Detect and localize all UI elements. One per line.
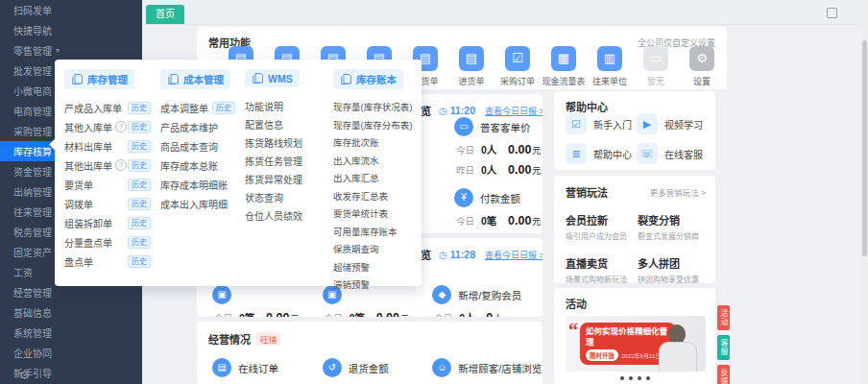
tab-home[interactable]: 首页: [146, 5, 184, 24]
menu-item-label: 盘点单: [64, 254, 93, 269]
common-function-item[interactable]: ⚙设置: [679, 46, 725, 87]
menu-item[interactable]: 库存成本明细账: [160, 175, 245, 194]
menu-item[interactable]: 现存量(库存分布表): [333, 116, 427, 134]
history-badge[interactable]: 历史: [128, 159, 151, 172]
menu-column-header: WMS: [245, 69, 300, 87]
carousel-dot[interactable]: [620, 376, 624, 380]
menu-item[interactable]: 其他出库单?历史: [64, 156, 160, 175]
help-icon: ?: [115, 121, 127, 132]
menu-item[interactable]: 调拨单历史: [64, 194, 160, 213]
history-badge[interactable]: 历史: [128, 255, 151, 268]
menu-item[interactable]: 库存批次账: [333, 133, 427, 152]
menu-column-title: 库存账本: [356, 72, 397, 86]
menu-item[interactable]: 出入库汇总: [333, 169, 427, 187]
common-function-item[interactable]: ▥往来单位: [587, 46, 633, 87]
sidebar-item[interactable]: 零售管理▾: [0, 40, 142, 60]
documents-icon: [340, 73, 352, 85]
menu-item[interactable]: 其他入库单?历史: [64, 117, 160, 136]
sidebar-item-label: 批发管理: [13, 63, 52, 78]
history-badge[interactable]: 历史: [128, 217, 151, 229]
menu-item[interactable]: 盘点单历史: [64, 252, 160, 271]
common-function-item[interactable]: ▭暂无: [633, 46, 679, 87]
menu-item[interactable]: 滞销预警: [333, 276, 427, 294]
menu-item[interactable]: 分量盘点单历史: [64, 232, 160, 252]
carousel-dot[interactable]: [629, 376, 633, 380]
marketing-card[interactable]: 直播卖货场景式购物新玩法: [566, 255, 638, 283]
menu-item[interactable]: 状态查询: [245, 188, 333, 206]
history-badge[interactable]: 历史: [212, 102, 235, 114]
menu-item[interactable]: 商品成本查询: [160, 136, 245, 156]
menu-item[interactable]: 要货单历史: [64, 175, 160, 194]
activity-panel: 活动 “ 如何实现价格精细化管理 限时开放 2022年9月21日 如何实现价格精…: [554, 288, 715, 384]
sidebar-item[interactable]: 系统管理: [0, 323, 142, 343]
menu-item[interactable]: 配置信息: [245, 115, 333, 133]
history-badge[interactable]: 历史: [128, 102, 151, 114]
daily-report-link[interactable]: 查看今日日报 >: [485, 249, 542, 261]
menu-item[interactable]: 仓位人员绩效: [245, 206, 333, 225]
marketing-card[interactable]: 裂变分销裂变式发展分销商: [638, 212, 710, 241]
menu-item[interactable]: 收发存汇总表: [333, 187, 427, 205]
ad-badge: 限时开放: [586, 349, 618, 361]
scrollbar-thumb[interactable]: [862, 40, 867, 256]
menu-item[interactable]: 拣货路线规划: [245, 133, 333, 152]
marketing-card[interactable]: 会员拉新吸引用户成为会员: [566, 212, 638, 241]
refresh-time: 11:20: [450, 105, 475, 116]
menu-item-label: 可用量库存账本: [333, 225, 398, 238]
menu-item[interactable]: 材料出库单历史: [64, 136, 160, 156]
stat-label: 新增顾客/店铺浏览: [458, 361, 542, 375]
help-item[interactable]: ☏在线客服: [637, 143, 708, 164]
menu-item[interactable]: 超储预警: [333, 258, 427, 276]
menu-item[interactable]: 拣货异常处理: [245, 170, 333, 188]
carousel-dot[interactable]: [646, 376, 650, 380]
common-function-item[interactable]: ☑采购订单: [494, 46, 541, 87]
menu-item[interactable]: 可用量库存账本: [333, 223, 427, 241]
ad-banner[interactable]: “ 如何实现价格精细化管理 限时开放 2022年9月21日: [566, 316, 706, 372]
sidebar-item[interactable]: 快捷导航: [0, 20, 142, 40]
daily-report-link[interactable]: 查看今日日报 >: [485, 105, 542, 117]
sidebar-item[interactable]: 扫码发单: [0, 0, 142, 20]
menu-item[interactable]: 功能说明: [245, 97, 333, 115]
menu-item[interactable]: 产品成本维护: [160, 117, 245, 136]
menu-item[interactable]: 现存量(库存状况表): [333, 98, 427, 116]
menu-item[interactable]: 成本出入库明细: [160, 194, 245, 213]
help-item[interactable]: ≣帮助中心: [566, 143, 637, 164]
side-tag[interactable]: 活动: [717, 305, 730, 330]
stat-icon: ↺: [323, 358, 342, 377]
menu-item[interactable]: 产成品入库单历史: [64, 98, 160, 117]
stat-row: 昨日0人0.00元: [456, 162, 541, 177]
history-badge[interactable]: 历史: [128, 179, 151, 191]
more-marketing-link[interactable]: 更多营销玩法 >: [650, 186, 706, 198]
sidebar-item-label: 采购管理: [13, 124, 52, 138]
help-item[interactable]: ☑新手入门: [566, 113, 637, 134]
marketing-card[interactable]: 多人拼团拼团购物享受优惠: [638, 255, 710, 283]
stat-icon: ▤: [212, 358, 231, 377]
carousel-dot[interactable]: [638, 376, 641, 380]
sidebar-item[interactable]: 企业协同: [0, 343, 142, 363]
stat-row: 今日0人0.00元: [456, 142, 541, 156]
menu-item[interactable]: 库存成本总账: [160, 156, 245, 175]
menu-item-label: 库存成本明细账: [160, 178, 228, 192]
stat-amount: 0.00元: [376, 311, 409, 317]
menu-item[interactable]: 出入库流水: [333, 152, 427, 170]
history-badge[interactable]: 历史: [128, 236, 151, 249]
common-function-item[interactable]: ▤进货单: [448, 46, 494, 87]
help-item[interactable]: ▶视频学习: [637, 113, 708, 134]
marketing-card-desc: 吸引用户成为会员: [566, 230, 638, 241]
history-badge[interactable]: 历史: [128, 198, 151, 210]
sidebar-item-label: 工资: [13, 265, 33, 279]
settings-gear-icon[interactable]: ⚙: [19, 369, 30, 382]
menu-item[interactable]: 要货单统计表: [333, 204, 427, 223]
menu-item[interactable]: 保质期查询: [333, 240, 427, 258]
floating-side-tags: 活动客服反馈顶部: [717, 305, 730, 384]
common-function-item[interactable]: ▦现金流量表: [541, 46, 587, 87]
side-tag[interactable]: 客服: [717, 335, 730, 360]
history-badge[interactable]: 历史: [128, 140, 151, 153]
history-badge[interactable]: 历史: [128, 121, 151, 133]
side-tag[interactable]: 反馈: [717, 365, 730, 384]
expand-icon[interactable]: [827, 8, 837, 18]
sidebar-item[interactable]: 基础信息: [0, 302, 142, 323]
menu-item[interactable]: 拣货任务管理: [245, 152, 333, 170]
menu-item[interactable]: 成本调整单历史: [160, 98, 245, 117]
marketing-card-desc: 裂变式发展分销商: [638, 230, 710, 241]
menu-item[interactable]: 组装拆卸单历史: [64, 213, 160, 232]
